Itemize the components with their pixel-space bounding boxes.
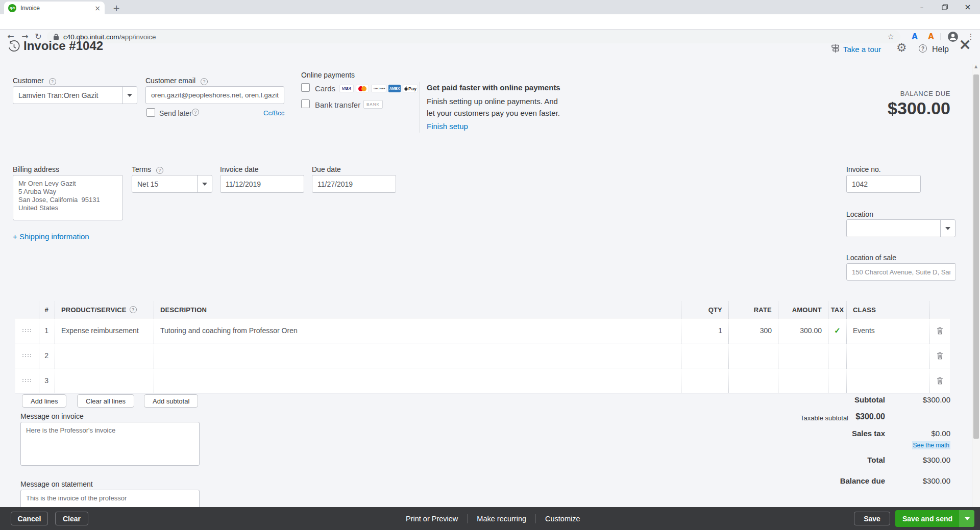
row-qty-cell[interactable]	[681, 343, 729, 368]
row-num: 3	[39, 368, 55, 393]
mastercard-badge	[356, 85, 369, 92]
invoice-no-field[interactable]	[846, 175, 921, 193]
shipping-information-link[interactable]: + Shipping information	[13, 232, 89, 241]
bank-transfer-checkbox[interactable]	[301, 99, 310, 108]
location-of-sale-field[interactable]	[846, 263, 956, 281]
finish-setup-link[interactable]: Finish setup	[427, 122, 468, 131]
invoice-no-label: Invoice no.	[846, 165, 881, 173]
see-the-math-link[interactable]: See the math	[912, 441, 950, 449]
print-or-preview-button[interactable]: Print or Preview	[406, 515, 467, 523]
row-description-cell[interactable]	[154, 343, 681, 368]
customer-email-field[interactable]	[145, 86, 284, 104]
row-delete-cell[interactable]	[929, 318, 950, 343]
row-product-cell[interactable]	[55, 368, 154, 393]
signpost-icon	[830, 43, 841, 56]
row-class-cell[interactable]	[847, 343, 929, 368]
invoice-date-field[interactable]	[220, 175, 304, 193]
row-rate-cell[interactable]: 300	[729, 318, 778, 343]
amex-badge: AMEX	[388, 85, 401, 92]
row-delete-cell[interactable]	[929, 343, 950, 368]
row-amount-cell[interactable]: 300.00	[778, 318, 828, 343]
location-select[interactable]	[846, 219, 955, 237]
help-circle-icon[interactable]: ?	[919, 44, 927, 53]
add-lines-button[interactable]: Add lines	[22, 394, 66, 408]
customer-email-label: Customer email ?	[145, 77, 208, 85]
customer-select[interactable]: Lamvien Tran:Oren Gazit	[13, 86, 137, 104]
email-help-icon[interactable]: ?	[201, 78, 208, 85]
customer-help-icon[interactable]: ?	[49, 78, 56, 85]
browser-toolbar: ← → ↻ c40.qbo.intuit.com/app/invoice ☆ A…	[0, 14, 980, 30]
drag-handle-icon[interactable]	[15, 368, 39, 393]
window-close-button[interactable]: ×	[959, 0, 977, 14]
row-class-cell[interactable]	[847, 368, 929, 393]
window-minimize-button[interactable]: –	[913, 0, 931, 14]
bookmark-star-icon[interactable]: ☆	[888, 33, 894, 41]
cancel-button[interactable]: Cancel	[11, 512, 48, 525]
browser-tab[interactable]: qb Invoice ×	[4, 2, 105, 14]
scrollbar-thumb[interactable]	[973, 74, 979, 439]
terms-help-icon[interactable]: ?	[156, 167, 163, 174]
location-value	[847, 220, 940, 237]
header-class: CLASS	[847, 301, 929, 318]
tab-title: Invoice	[20, 5, 94, 12]
row-rate-cell[interactable]	[729, 368, 778, 393]
terms-dropdown-arrow[interactable]	[197, 175, 212, 192]
message-on-statement-label: Message on statement	[20, 480, 93, 488]
send-later-checkbox[interactable]	[146, 108, 155, 117]
make-recurring-button[interactable]: Make recurring	[468, 515, 535, 523]
window-restore-button[interactable]	[936, 0, 954, 14]
help-label[interactable]: Help	[932, 45, 949, 54]
row-rate-cell[interactable]	[729, 343, 778, 368]
row-description-cell[interactable]	[154, 368, 681, 393]
row-product-cell[interactable]	[55, 343, 154, 368]
drag-handle-icon[interactable]	[15, 343, 39, 368]
row-description-cell[interactable]: Tutoring and coaching from Professor Ore…	[154, 318, 681, 343]
save-button[interactable]: Save	[854, 512, 890, 525]
customer-dropdown-arrow[interactable]	[122, 87, 137, 104]
row-qty-cell[interactable]	[681, 368, 729, 393]
row-tax-cell[interactable]	[828, 368, 847, 393]
extension-a-blue-icon[interactable]: A	[910, 32, 920, 42]
save-and-send-button[interactable]: Save and send	[895, 510, 974, 527]
tab-close-icon[interactable]: ×	[94, 5, 101, 12]
extension-a-orange-icon[interactable]: A	[926, 32, 936, 42]
row-class-cell[interactable]: Events	[847, 318, 929, 343]
clear-button[interactable]: Clear	[55, 512, 88, 525]
save-and-send-dropdown[interactable]	[960, 510, 974, 527]
message-on-invoice-field[interactable]: Here is the Professor's invoice	[20, 422, 200, 466]
billing-address-label: Billing address	[13, 165, 59, 173]
take-a-tour-link[interactable]: Take a tour	[843, 45, 881, 54]
scrollbar-up-arrow[interactable]: ▲	[972, 65, 980, 69]
cards-checkbox[interactable]	[301, 83, 310, 92]
close-invoice-icon[interactable]: ×	[959, 37, 971, 52]
browser-profile-avatar[interactable]	[947, 31, 959, 44]
row-amount-cell[interactable]	[778, 343, 828, 368]
clear-all-lines-button[interactable]: Clear all lines	[77, 394, 134, 408]
row-tax-cell[interactable]: ✓	[828, 318, 847, 343]
gear-icon[interactable]: ⚙	[896, 42, 907, 54]
row-tax-cell[interactable]	[828, 343, 847, 368]
save-and-send-label[interactable]: Save and send	[895, 510, 960, 527]
terms-select[interactable]: Net 15	[132, 175, 212, 193]
location-dropdown-arrow[interactable]	[940, 220, 955, 237]
address-bar[interactable]: c40.qbo.intuit.com/app/invoice ☆	[47, 30, 900, 43]
customize-button[interactable]: Customize	[536, 515, 580, 523]
line-items-table: # PRODUCT/SERVICE ? DESCRIPTION QTY RATE…	[15, 301, 950, 393]
add-subtotal-button[interactable]: Add subtotal	[144, 394, 198, 408]
row-product-cell[interactable]: Expense reimbursement	[55, 318, 154, 343]
due-date-field[interactable]	[312, 175, 396, 193]
customer-label: Customer ?	[13, 77, 56, 85]
row-delete-cell[interactable]	[929, 368, 950, 393]
row-amount-cell[interactable]	[778, 368, 828, 393]
billing-address-field[interactable]: Mr Oren Levy Gazit 5 Aruba Way San Jose,…	[13, 175, 123, 220]
cc-bcc-link[interactable]: Cc/Bcc	[263, 109, 284, 117]
new-tab-button[interactable]: +	[110, 3, 122, 14]
quickbooks-favicon: qb	[8, 4, 16, 12]
tax-check-icon: ✓	[834, 326, 841, 335]
product-help-icon[interactable]: ?	[130, 306, 137, 313]
header-description: DESCRIPTION	[154, 301, 681, 318]
drag-handle-icon[interactable]	[15, 318, 39, 343]
row-qty-cell[interactable]: 1	[681, 318, 729, 343]
send-later-help-icon[interactable]: ?	[192, 109, 199, 116]
invoice-history-icon	[7, 40, 21, 56]
